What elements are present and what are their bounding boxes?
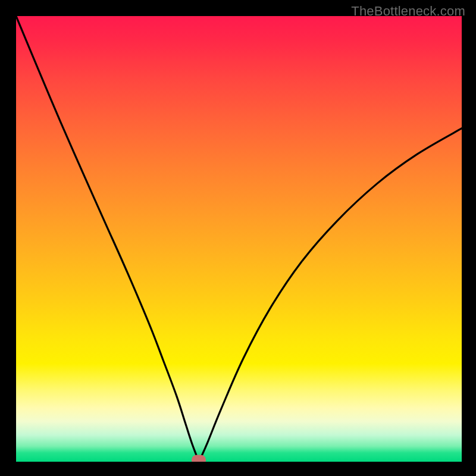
optimal-point-marker [192, 455, 206, 462]
chart-container: TheBottleneck.com [0, 0, 476, 476]
plot-area [16, 16, 462, 462]
watermark-text: TheBottleneck.com [351, 4, 465, 19]
curve-svg [16, 16, 462, 462]
bottleneck-curve [16, 16, 462, 462]
